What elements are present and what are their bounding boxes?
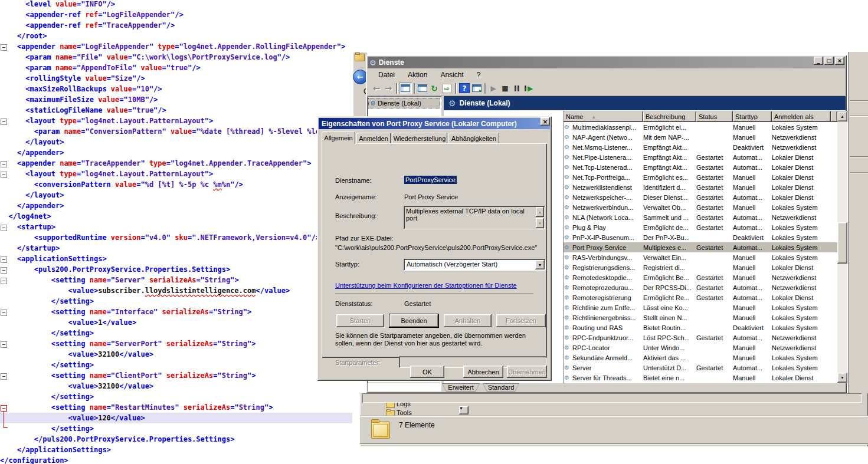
table-row[interactable]: ⚙Server für Threads...Bietet eine n...Ma… xyxy=(564,373,837,383)
table-row[interactable]: ⚙Richtlinie zum Entfe...Lässt eine Ko...… xyxy=(564,302,837,312)
fold-toggle-icon[interactable] xyxy=(1,44,7,51)
table-row[interactable]: ⚙Multimediaklassenpl...Ermöglicht ei...M… xyxy=(564,122,837,132)
scroll-down-button[interactable]: ▼ xyxy=(837,373,847,383)
cell-anmelden-als: Lokales System xyxy=(772,244,831,251)
forward-icon[interactable]: → xyxy=(382,83,394,94)
cell-anmelden-als: Lokales System xyxy=(772,224,831,231)
pause-service-icon[interactable] xyxy=(511,83,523,94)
table-row[interactable]: ⚙RemoteregistrierungErmöglicht Re...Gest… xyxy=(564,292,837,302)
minimize-button[interactable]: _ xyxy=(814,57,823,65)
table-row[interactable]: ⚙Remoteprozedurau...Der RPCSS-Di...Gesta… xyxy=(564,282,837,292)
fortsetzen-button[interactable]: Fortsetzen xyxy=(496,314,546,327)
back-icon[interactable]: ← xyxy=(371,83,382,94)
tree-item-dienste-lokal[interactable]: ⚙ Dienste (Lokal) xyxy=(368,98,440,108)
beenden-button[interactable]: Beenden xyxy=(389,314,438,327)
fold-toggle-icon[interactable] xyxy=(1,119,7,125)
scroll-down-button[interactable]: ▼ xyxy=(536,218,544,228)
table-row[interactable]: ⚙NAP-Agent (Netwo...Mit dem NAP-...Manue… xyxy=(564,132,837,142)
stop-service-icon[interactable]: ■ xyxy=(499,83,511,94)
chevron-down-icon[interactable]: ▼ xyxy=(535,260,545,269)
table-row[interactable]: ⚙Netzwerkspeicher-...Dieser Dienst...Ges… xyxy=(564,192,837,202)
vertical-scrollbar[interactable]: ▲ ▼ xyxy=(837,111,847,383)
table-row[interactable]: ⚙Net.Pipe-Listenera...Empfängt Akt...Ges… xyxy=(564,152,837,162)
cancel-button[interactable]: Abbrechen xyxy=(463,366,503,378)
cell-anmelden-als: Lokaler Dienst xyxy=(772,374,831,381)
table-row[interactable]: ⚙Port Proxy ServiceMultiplexes e...Gesta… xyxy=(564,242,837,252)
cell-starttyp: Automat... xyxy=(733,214,772,221)
fold-toggle-icon[interactable] xyxy=(1,161,7,167)
table-row[interactable]: ⚙Richtlinienergebniss...Stellt einen N..… xyxy=(564,312,837,323)
tab-standard[interactable]: Standard xyxy=(483,383,519,391)
properties-icon[interactable] xyxy=(417,83,428,94)
table-row[interactable]: ⚙PnP-X-IP-Busenum...Der PnP-X-Bu...Deakt… xyxy=(564,232,837,242)
export-list-icon[interactable]: ⇨ xyxy=(442,84,451,93)
fold-toggle-icon[interactable] xyxy=(1,256,7,263)
table-row[interactable]: ⚙Sekundäre Anmeld...Aktiviert das ...Man… xyxy=(564,353,837,363)
show-description-icon[interactable]: ▸ xyxy=(471,83,483,94)
column-header-anmelden-als[interactable]: Anmelden als xyxy=(772,111,831,122)
fold-toggle-icon[interactable] xyxy=(1,373,7,380)
table-row[interactable]: ⚙Net.Tcp-Listenerad...Empfängt Akt...Ges… xyxy=(564,162,837,172)
help-icon[interactable]: ? xyxy=(459,83,470,93)
service-icon: ⚙ xyxy=(564,184,572,190)
table-row[interactable]: ⚙ServerUnterstützt D...GestartetAutomat.… xyxy=(564,363,837,373)
fold-toggle-icon[interactable] xyxy=(1,341,7,348)
table-row[interactable]: ⚙Remotedesktopdie...Ermöglicht Be...Gest… xyxy=(564,272,837,282)
dropdown-button[interactable]: ▼ xyxy=(459,406,469,414)
tab-wiederherstellung[interactable]: Wiederherstellung xyxy=(392,133,447,144)
cell-beschreibung: Multiplexes e... xyxy=(643,244,696,251)
menu-aktion[interactable]: Aktion xyxy=(403,70,432,80)
table-row[interactable]: ⚙RAS-Verbindungsv...Verwaltet Ein...Manu… xyxy=(564,252,837,262)
table-row[interactable]: ⚙Registrierungsdiens...Registriert di...… xyxy=(564,262,837,272)
cell-anmelden-als: Netzwerkdienst xyxy=(772,214,831,221)
menu-datei[interactable]: Datei xyxy=(374,70,399,80)
cell-anmelden-als: Netzwerkdienst xyxy=(772,284,831,291)
table-row[interactable]: ⚙Plug & PlayErmöglicht de...GestartetAut… xyxy=(564,222,837,232)
service-icon: ⚙ xyxy=(564,244,572,251)
ok-button[interactable]: OK xyxy=(410,366,444,378)
fold-toggle-icon[interactable] xyxy=(1,267,7,274)
anhalten-button[interactable]: Anhalten xyxy=(444,314,492,327)
menu-help[interactable]: ? xyxy=(472,70,486,80)
starten-button[interactable]: Starten xyxy=(336,314,384,327)
fold-toggle-icon[interactable] xyxy=(1,310,7,316)
column-header-status[interactable]: Status xyxy=(696,111,733,122)
table-row[interactable]: ⚙Netzwerkverbindun...Verwaltet Ob...Gest… xyxy=(564,202,837,212)
column-header-starttyp[interactable]: Starttyp xyxy=(733,111,772,122)
maximize-button[interactable]: □ xyxy=(824,57,834,65)
table-row[interactable]: ⚙Routing und RASBietet Routin...Deaktivi… xyxy=(564,323,837,333)
scroll-up-button[interactable]: ▲ xyxy=(837,111,847,121)
menu-ansicht[interactable]: Ansicht xyxy=(435,70,468,80)
tab-anmelden[interactable]: Anmelden xyxy=(356,133,391,144)
start-service-icon[interactable]: ▶ xyxy=(487,83,499,94)
cell-name: Remoteregistrierung xyxy=(572,294,643,301)
beschreibung-textbox[interactable]: Multiplexes external TCP/IP data on loca… xyxy=(404,206,545,229)
fold-toggle-icon[interactable] xyxy=(1,225,7,231)
table-row[interactable]: ⚙RPC-LocatorUnter Windo...ManuellNetzwer… xyxy=(564,343,837,353)
dialog-titlebar[interactable]: Eigenschaften von Port Proxy Service (Lo… xyxy=(319,118,550,129)
close-button[interactable]: × xyxy=(835,57,844,65)
starttyp-dropdown[interactable]: Automatisch (Verzögerter Start) ▼ xyxy=(404,259,546,271)
table-row[interactable]: ⚙RPC-Endpunktzuor...Löst RPC-Sch...Gesta… xyxy=(564,333,837,343)
table-row[interactable]: ⚙NLA (Network Loca...Sammelt und ...Gest… xyxy=(564,212,837,222)
scrollbar-thumb[interactable] xyxy=(837,222,847,264)
table-row[interactable]: ⚙NetzwerklistendienstIdentifiziert d...G… xyxy=(564,182,837,192)
dienstname-value[interactable]: PortProxyService xyxy=(404,176,457,184)
table-row[interactable]: ⚙Net.Tcp-Portfreiga...Ermöglicht es...Ge… xyxy=(564,172,837,182)
fold-toggle-icon[interactable] xyxy=(1,172,7,178)
tab-abhängigkeiten[interactable]: Abhängigkeiten xyxy=(448,133,499,144)
close-icon[interactable]: × xyxy=(541,117,550,126)
show-console-tree-icon[interactable] xyxy=(399,83,412,94)
startoptionen-help-link[interactable]: Unterstützung beim Konfigurieren der Sta… xyxy=(335,282,517,289)
restart-service-icon[interactable]: ▶ xyxy=(523,83,535,94)
tab-allgemein[interactable]: Allgemein xyxy=(322,131,355,144)
services-titlebar[interactable]: ⚙ Dienste xyxy=(368,57,845,68)
column-header-beschreibung[interactable]: Beschreibung xyxy=(643,111,696,122)
column-header-name[interactable]: Name▲ xyxy=(564,111,643,122)
table-row[interactable]: ⚙Net.Msmq-Listener...Empfängt Akt...Deak… xyxy=(564,142,837,152)
scroll-up-button[interactable]: ▲ xyxy=(536,207,544,217)
refresh-icon[interactable]: ↻ xyxy=(428,83,440,94)
apply-button[interactable]: Übernehmen xyxy=(507,366,547,378)
tab-erweitert[interactable]: Erweitert xyxy=(442,383,480,391)
fold-toggle-icon[interactable] xyxy=(1,278,7,284)
